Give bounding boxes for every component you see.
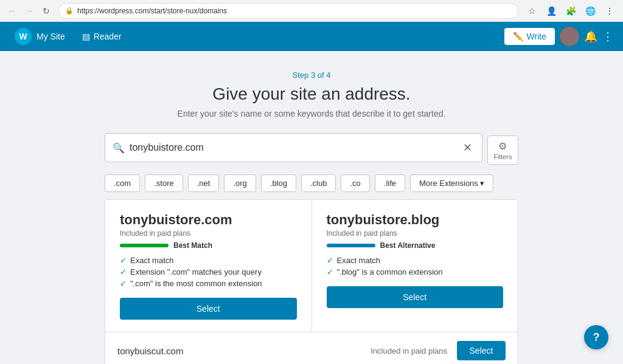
reader-nav-item[interactable]: ▤ Reader: [75, 22, 129, 51]
select-button-com[interactable]: Select: [120, 298, 297, 320]
lock-icon: 🔒: [65, 7, 74, 15]
match-bar-blog: [327, 244, 375, 247]
url-bar[interactable]: 🔒 https://wordpress.com/start/store-nux/…: [58, 3, 518, 19]
browser-right-icons: ☆ 👤 🧩 🌐 ⋮: [523, 2, 618, 19]
check-icon: ✓: [327, 256, 333, 265]
check-icon: ✓: [120, 279, 127, 288]
match-bar-com: [120, 244, 169, 247]
reader-label: Reader: [94, 32, 122, 41]
user-avatar[interactable]: [560, 27, 579, 46]
wp-logo[interactable]: W My Site: [10, 28, 70, 45]
feature-item: ✓ Extension ".com" matches your query: [120, 267, 297, 276]
ext-chip-net[interactable]: .net: [188, 174, 220, 192]
wp-logo-icon: W: [15, 28, 32, 45]
check-icon: ✓: [327, 267, 333, 276]
extensions-row: .com .store .net .org .blog .club .co .l…: [105, 174, 518, 192]
page-subtitle: Enter your site's name or some keywords …: [178, 109, 446, 118]
translate-icon[interactable]: 🌐: [582, 2, 599, 19]
featured-row: tonybuistore.com Included in paid plans …: [105, 200, 518, 332]
url-text: https://wordpress.com/start/store-nux/do…: [77, 7, 227, 15]
extensions-icon[interactable]: 🧩: [562, 2, 579, 19]
help-button[interactable]: ?: [584, 325, 608, 349]
more-options-icon[interactable]: ⋮: [602, 30, 613, 43]
navbar-right: ✏️ Write 🔔 ⋮: [504, 27, 613, 46]
account-icon[interactable]: 👤: [543, 2, 560, 19]
result-domain-0: tonybuiscut.com: [117, 346, 371, 356]
bookmark-icon[interactable]: ☆: [523, 2, 540, 19]
ext-chip-store[interactable]: .store: [145, 174, 183, 192]
ext-chip-life[interactable]: .life: [375, 174, 405, 192]
ext-chip-club[interactable]: .club: [301, 174, 336, 192]
match-label-blog: Best Alternative: [380, 241, 436, 250]
page-title: Give your site an address.: [212, 84, 410, 104]
feature-list-com: ✓ Exact match ✓ Extension ".com" matches…: [120, 256, 297, 288]
feature-item: ✓ ".blog" is a common extension: [327, 267, 504, 276]
ext-chip-co[interactable]: .co: [341, 174, 369, 192]
feature-item: ✓ Exact match: [120, 256, 297, 265]
ext-chip-org[interactable]: .org: [224, 174, 256, 192]
filters-label: Filters: [493, 153, 512, 160]
result-row-0: tonybuiscut.com Included in paid plans S…: [105, 332, 518, 364]
back-button[interactable]: ←: [5, 4, 19, 18]
search-icon: 🔍: [113, 142, 125, 154]
filters-button[interactable]: ⚙ Filters: [487, 136, 518, 165]
featured-plan-blog: Included in paid plans: [327, 229, 504, 238]
browser-nav-icons: ← → ↻: [5, 4, 54, 18]
feature-item: ✓ Exact match: [327, 256, 504, 265]
feature-list-blog: ✓ Exact match ✓ ".blog" is a common exte…: [327, 256, 504, 276]
featured-domain-com: tonybuistore.com: [120, 212, 297, 228]
my-site-label: My Site: [37, 32, 65, 41]
search-container: 🔍 ✕: [105, 133, 482, 162]
featured-plan-com: Included in paid plans: [120, 229, 297, 238]
featured-card-com: tonybuistore.com Included in paid plans …: [105, 200, 312, 332]
reload-button[interactable]: ↻: [39, 4, 54, 18]
match-label-com: Best Match: [173, 241, 212, 250]
search-input[interactable]: [130, 142, 461, 153]
select-button-blog[interactable]: Select: [327, 286, 504, 308]
help-icon: ?: [593, 331, 600, 344]
results-container: tonybuistore.com Included in paid plans …: [105, 199, 518, 364]
clear-search-button[interactable]: ✕: [461, 139, 475, 157]
notifications-icon[interactable]: 🔔: [584, 30, 597, 43]
ext-chip-com[interactable]: .com: [105, 174, 140, 192]
search-row: 🔍 ✕ ⚙ Filters: [105, 133, 518, 167]
main-content: Step 3 of 4 Give your site an address. E…: [0, 51, 623, 364]
write-label: Write: [527, 32, 546, 41]
featured-card-blog: tonybuistore.blog Included in paid plans…: [312, 200, 518, 332]
check-icon: ✓: [120, 256, 127, 265]
match-bar-row-com: Best Match: [120, 241, 297, 250]
forward-button[interactable]: →: [22, 4, 37, 18]
check-icon: ✓: [120, 267, 127, 276]
result-plan-0: Included in paid plans: [371, 346, 447, 355]
write-icon: ✏️: [513, 32, 523, 41]
more-menu-icon[interactable]: ⋮: [601, 2, 618, 19]
more-extensions-button[interactable]: More Extensions ▾: [410, 174, 493, 192]
match-bar-row-blog: Best Alternative: [327, 241, 504, 250]
filters-icon: ⚙: [498, 140, 507, 152]
reader-icon: ▤: [82, 32, 90, 41]
browser-bar: ← → ↻ 🔒 https://wordpress.com/start/stor…: [0, 0, 623, 22]
feature-item: ✓ ".com" is the most common extension: [120, 279, 297, 288]
write-button[interactable]: ✏️ Write: [504, 28, 555, 45]
select-button-0[interactable]: Select: [457, 341, 506, 360]
featured-domain-blog: tonybuistore.blog: [327, 212, 504, 228]
ext-chip-blog[interactable]: .blog: [261, 174, 296, 192]
step-indicator: Step 3 of 4: [293, 70, 331, 80]
wp-navbar: W My Site ▤ Reader ✏️ Write 🔔 ⋮: [0, 22, 623, 51]
